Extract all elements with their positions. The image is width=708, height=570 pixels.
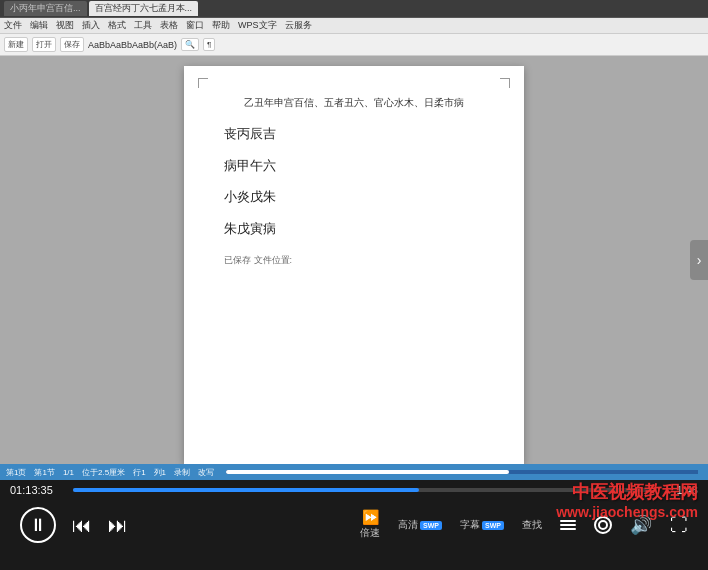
status-pages: 1/1 (63, 468, 74, 477)
tab-2-active[interactable]: 百宫经丙丁六七孟月本... (89, 1, 199, 16)
font-samples: AaBbAaBbAaBb(AaB) (88, 40, 177, 50)
quality-button[interactable]: 高清 SWP (398, 518, 442, 532)
status-overwrite: 改写 (198, 467, 214, 478)
status-position: 位于2.5厘米 (82, 467, 125, 478)
corner-tr (500, 78, 510, 88)
bottom-controls: 中医视频教程网 www.jiaochengs.com 01:13:35 1:48… (0, 480, 708, 570)
document-edit-area[interactable]: 乙丑年申宫百信、五者丑六、官心水木、日柔市病 丧丙辰吉 病甲午六 小炎戊朱 朱戊… (0, 56, 708, 464)
status-section: 第1节 (34, 467, 54, 478)
menu-file[interactable]: 文件 (4, 19, 22, 32)
skip-forward-button[interactable]: ⏭ (108, 514, 128, 537)
toolbar-open[interactable]: 打开 (32, 37, 56, 52)
doc-footer-note: 已保存 文件位置: (224, 254, 484, 267)
menu-window[interactable]: 窗口 (186, 19, 204, 32)
menu-bar: 文件 编辑 视图 插入 格式 工具 表格 窗口 帮助 WPS文字 云服务 (0, 18, 708, 34)
toolbar-paragraph[interactable]: ¶ (203, 38, 215, 51)
video-progress-fill (73, 488, 419, 492)
speed-icon: ⏩ (362, 510, 379, 524)
watermark-line1: 中医视频教程网 (556, 480, 698, 504)
toolbar: 新建 打开 保存 AaBbAaBbAaBb(AaB) 🔍 ¶ (0, 34, 708, 56)
menu-help[interactable]: 帮助 (212, 19, 230, 32)
menu-cloud[interactable]: 云服务 (285, 19, 312, 32)
pause-icon: ⏸ (29, 515, 47, 536)
status-page: 第1页 (6, 467, 26, 478)
subtitle-button[interactable]: 字幕 SWP (460, 518, 504, 532)
status-record: 录制 (174, 467, 190, 478)
play-pause-button[interactable]: ⏸ (20, 507, 56, 543)
doc-line-4: 朱戊寅病 (224, 219, 484, 239)
watermark: 中医视频教程网 www.jiaochengs.com (556, 480, 698, 520)
menu-view[interactable]: 视图 (56, 19, 74, 32)
document-container: 小丙年申宫百信... 百宫经丙丁六七孟月本... 文件 编辑 视图 插入 格式 … (0, 0, 708, 480)
menu-insert[interactable]: 插入 (82, 19, 100, 32)
find-label: 查找 (522, 518, 542, 532)
toolbar-search[interactable]: 🔍 (181, 38, 199, 51)
quality-badge: SWP (420, 521, 442, 530)
video-area: 小丙年申宫百信... 百宫经丙丁六七孟月本... 文件 编辑 视图 插入 格式 … (0, 0, 708, 480)
menu-format[interactable]: 格式 (108, 19, 126, 32)
doc-line-1: 丧丙辰吉 (224, 124, 484, 144)
current-time-display: 01:13:35 (10, 484, 65, 496)
status-row: 行1 (133, 467, 145, 478)
subtitle-badge: SWP (482, 521, 504, 530)
find-button[interactable]: 查找 (522, 518, 542, 532)
list-icon (560, 520, 576, 530)
speed-label: 倍速 (360, 526, 380, 540)
status-bar: 第1页 第1节 1/1 位于2.5厘米 行1 列1 录制 改写 (0, 464, 708, 480)
menu-tools[interactable]: 工具 (134, 19, 152, 32)
corner-tl (198, 78, 208, 88)
doc-line-2: 病甲午六 (224, 156, 484, 176)
doc-line-3: 小炎戊朱 (224, 187, 484, 207)
skip-back-icon: ⏮ (72, 514, 92, 536)
menu-table[interactable]: 表格 (160, 19, 178, 32)
skip-back-button[interactable]: ⏮ (72, 514, 92, 537)
quality-label: 高清 (398, 518, 418, 532)
doc-subtitle: 乙丑年申宫百信、五者丑六、官心水木、日柔市病 (224, 96, 484, 110)
title-bar: 小丙年申宫百信... 百宫经丙丁六七孟月本... (0, 0, 708, 18)
playlist-button[interactable] (560, 520, 576, 530)
doc-progress-bar (226, 470, 698, 474)
playback-controls: ⏸ ⏮ ⏭ (20, 507, 128, 543)
toolbar-save[interactable]: 保存 (60, 37, 84, 52)
doc-progress-fill (226, 470, 509, 474)
status-col: 列1 (154, 467, 166, 478)
subtitle-label: 字幕 (460, 518, 480, 532)
toolbar-new[interactable]: 新建 (4, 37, 28, 52)
menu-wps[interactable]: WPS文字 (238, 19, 277, 32)
speed-button[interactable]: ⏩ 倍速 (360, 510, 380, 540)
menu-edit[interactable]: 编辑 (30, 19, 48, 32)
expand-panel-button[interactable]: › (690, 240, 708, 280)
watermark-line2: www.jiaochengs.com (556, 504, 698, 520)
paper[interactable]: 乙丑年申宫百信、五者丑六、官心水木、日柔市病 丧丙辰吉 病甲午六 小炎戊朱 朱戊… (184, 66, 524, 464)
tab-1[interactable]: 小丙年申宫百信... (4, 1, 87, 16)
skip-forward-icon: ⏭ (108, 514, 128, 536)
